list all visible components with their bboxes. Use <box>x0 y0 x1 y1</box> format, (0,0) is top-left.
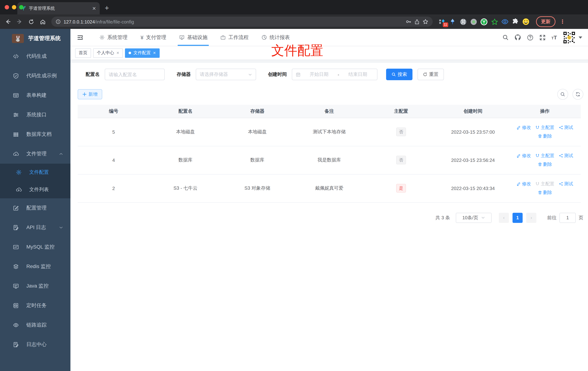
puzzle-extension-icon[interactable] <box>512 18 519 25</box>
tag-profile[interactable]: 个人中心 ✕ <box>93 48 123 58</box>
delete-link[interactable]: 删除 <box>538 190 552 196</box>
goto-page-input[interactable] <box>559 212 576 223</box>
sidebar-item-redis-monitor[interactable]: Redis 监控 <box>0 257 70 276</box>
close-icon[interactable]: ✕ <box>153 51 156 55</box>
sidebar-item-mysql-monitor[interactable]: MySQL 监控 <box>0 237 70 257</box>
search-icon[interactable] <box>502 34 508 41</box>
sidebar-item-file-config[interactable]: 文件配置 <box>0 164 70 181</box>
browser-update-button[interactable]: 更新 <box>536 16 556 27</box>
page-size-select[interactable]: 10条/页 <box>456 212 492 223</box>
reload-icon[interactable] <box>26 17 36 27</box>
goto-unit: 页 <box>579 214 583 221</box>
close-icon[interactable]: ✕ <box>116 51 119 55</box>
pinned-extension-icon[interactable]: 11 <box>439 18 446 25</box>
config-name-input[interactable] <box>105 69 165 80</box>
delete-link[interactable]: 删除 <box>538 133 552 139</box>
nav-item-workflow[interactable]: 工作流程 <box>214 29 255 46</box>
date-range-picker[interactable]: 开始日期 - 结束日期 <box>292 69 378 80</box>
search-button[interactable]: 搜索 <box>386 69 412 80</box>
nav-item-system[interactable]: 系统管理 <box>93 29 134 46</box>
password-key-icon[interactable] <box>406 19 411 25</box>
delete-link[interactable]: 删除 <box>538 161 552 168</box>
edit-link[interactable]: 修改 <box>517 153 531 159</box>
close-window-button[interactable] <box>5 5 9 9</box>
share-icon[interactable] <box>414 19 420 24</box>
fullscreen-icon[interactable] <box>539 34 546 41</box>
gray-circle-extension-icon[interactable] <box>470 18 477 25</box>
sidebar-item-scheduled-jobs[interactable]: 定时任务 <box>0 296 70 315</box>
storage-select[interactable]: 请选择存储器 <box>196 69 256 80</box>
sidebar-item-java-monitor[interactable]: Java 监控 <box>0 276 70 296</box>
forward-icon[interactable] <box>14 17 25 27</box>
collapse-sidebar-icon[interactable] <box>74 31 86 43</box>
url-text: 127.0.0.1:1024/infra/file/file-config <box>63 19 134 24</box>
sidebar-item-api-log[interactable]: API 日志 <box>0 218 70 237</box>
home-icon[interactable] <box>38 17 48 27</box>
star-extension-icon[interactable] <box>491 18 498 25</box>
master-link[interactable]: 主配置 <box>536 153 554 159</box>
cell-created: 2022-03-15 23:57:00 <box>437 118 509 146</box>
log-edit-icon <box>13 342 19 348</box>
master-link[interactable]: 主配置 <box>536 125 554 131</box>
tag-home[interactable]: 首页 <box>75 48 91 58</box>
nav-item-infrastructure[interactable]: 基础设施 <box>173 29 214 46</box>
sidebar-item-file-list[interactable]: 文件列表 <box>0 181 70 198</box>
sidebar-item-system-api[interactable]: 系统接口 <box>0 105 70 125</box>
font-size-icon[interactable]: TT <box>551 34 557 41</box>
next-page-button[interactable]: › <box>526 212 536 223</box>
cell-id: 5 <box>78 118 149 146</box>
minimize-window-button[interactable] <box>12 5 16 9</box>
chevron-down-icon <box>579 36 582 39</box>
edit-link[interactable]: 修改 <box>517 125 531 131</box>
new-tab-button[interactable]: + <box>105 4 109 14</box>
github-icon[interactable] <box>514 34 521 41</box>
current-page-button[interactable]: 1 <box>513 212 523 223</box>
sidebar-item-file-management[interactable]: 文件管理 <box>0 144 70 164</box>
table-toolbar: 新增 <box>80 89 583 100</box>
url-bar[interactable]: 127.0.0.1:1024/infra/file/file-config <box>51 17 433 27</box>
sidebar-logo[interactable]: 🐰 芋道管理系统 <box>0 29 70 47</box>
test-link[interactable]: 测试 <box>559 181 573 187</box>
show-search-icon-button[interactable] <box>557 89 568 100</box>
command-extension-icon[interactable] <box>459 18 467 25</box>
sidebar-item-code-gen-demo[interactable]: 代码生成示例 <box>0 66 70 86</box>
master-badge: 否 <box>396 156 406 164</box>
help-icon[interactable] <box>527 34 533 41</box>
test-link[interactable]: 测试 <box>559 153 573 159</box>
nav-item-payment[interactable]: ¥ 支付管理 <box>134 29 173 46</box>
tab-close-icon[interactable]: ✕ <box>92 6 96 11</box>
sidebar-item-config-management[interactable]: 配置管理 <box>0 198 70 218</box>
tag-label: 文件配置 <box>134 50 151 56</box>
browser-tab[interactable]: 芋道管理系统 ✕ <box>17 2 100 14</box>
browser-menu-icon[interactable]: ⋮ <box>560 18 565 25</box>
bookmark-star-icon[interactable] <box>423 19 428 25</box>
sidebar-item-log-center[interactable]: 日志中心 <box>0 335 70 354</box>
add-button[interactable]: 新增 <box>78 89 102 99</box>
monitor-check-icon <box>179 35 185 40</box>
edit-square-icon <box>13 205 19 211</box>
col-storage: 存储器 <box>221 105 293 118</box>
col-created: 创建时间 <box>437 105 509 118</box>
y-extension-icon[interactable] <box>480 18 488 25</box>
sidebar-item-trace[interactable]: 链路追踪 <box>0 315 70 335</box>
back-icon[interactable] <box>3 17 13 27</box>
reset-button[interactable]: 重置 <box>418 69 444 80</box>
test-link[interactable]: 测试 <box>559 125 573 131</box>
maximize-window-button[interactable] <box>19 5 23 9</box>
eye-extension-icon[interactable] <box>501 18 509 25</box>
sidebar-item-code-gen[interactable]: 代码生成 <box>0 47 70 66</box>
user-menu[interactable] <box>563 31 582 44</box>
cell-remark: 戴佩妮真可爱 <box>293 174 365 202</box>
emoji-extension-icon[interactable] <box>522 18 529 25</box>
app-header: 系统管理 ¥ 支付管理 基础设施 工作流程 <box>70 29 588 46</box>
tag-file-config[interactable]: 文件配置 ✕ <box>125 48 160 58</box>
refresh-icon-button[interactable] <box>572 89 583 100</box>
site-info-icon[interactable] <box>56 19 61 24</box>
app-title: 芋道管理系统 <box>28 35 61 42</box>
edit-link[interactable]: 修改 <box>517 181 531 187</box>
prev-page-button[interactable]: ‹ <box>499 212 509 223</box>
dashboard-icon <box>262 35 267 40</box>
sidebar-item-db-doc[interactable]: 数据库文档 <box>0 125 70 144</box>
kite-extension-icon[interactable] <box>449 18 456 25</box>
sidebar-item-form-builder[interactable]: 表单构建 <box>0 86 70 105</box>
